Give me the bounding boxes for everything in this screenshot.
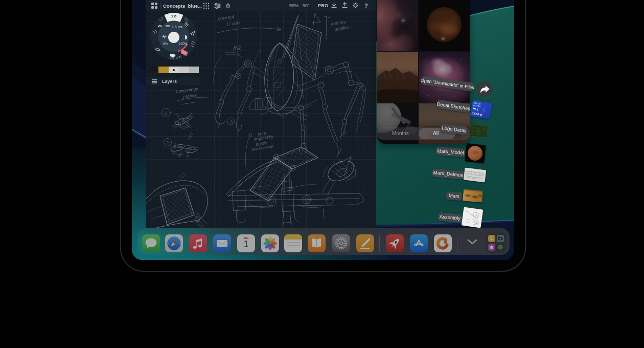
svg-text:Concepts_blue...: Concepts_blue... [163, 3, 202, 9]
svg-text:6.8: 6.8 [169, 57, 174, 60]
svg-text:V-2: V-2 [234, 45, 242, 51]
svg-text:A: A [229, 119, 233, 124]
svg-text:59%: 59% [289, 3, 298, 8]
svg-text:▮: ▮ [477, 108, 479, 111]
svg-text:100%: 100% [179, 42, 188, 46]
svg-text:concept: concept [218, 14, 235, 21]
svg-text:PRO: PRO [318, 3, 328, 8]
svg-text:2: 2 [166, 140, 169, 145]
svg-text:1: 1 [165, 111, 167, 116]
svg-text:1.6 pts: 1.6 pts [172, 25, 183, 29]
svg-text:1.6: 1.6 [171, 14, 176, 18]
svg-text:17 color: 17 color [226, 20, 241, 27]
svg-text:exoskeleton: exoskeleton [251, 144, 274, 152]
svg-text:90°: 90° [303, 3, 310, 8]
svg-text:TYPE B: TYPE B [472, 112, 482, 116]
svg-text:?: ? [364, 3, 368, 9]
svg-text:0%: 0% [163, 42, 168, 46]
